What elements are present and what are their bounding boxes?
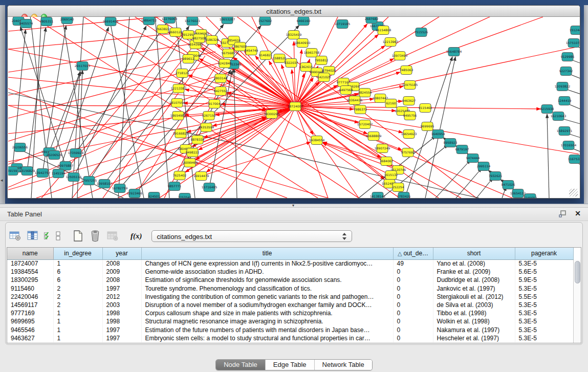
- horizontal-splitter[interactable]: ▾: [0, 204, 588, 208]
- table-cell[interactable]: 1997: [102, 285, 141, 293]
- table-cell[interactable]: 2009: [102, 268, 141, 276]
- table-cell[interactable]: Franke et al. (2009): [433, 268, 515, 276]
- table-cell[interactable]: 2008: [102, 259, 141, 268]
- table-cell[interactable]: Structural magnetic resonance image aver…: [141, 317, 393, 325]
- graph-edge[interactable]: [8, 93, 479, 198]
- table-cell[interactable]: 1: [53, 309, 102, 317]
- table-cell[interactable]: 5.9E-5: [515, 276, 573, 284]
- network-canvas[interactable]: 2040557940557478053112069140266914061986…: [8, 17, 580, 198]
- table-source-select[interactable]: citations_edges.txt: [151, 230, 352, 242]
- table-cell[interactable]: 1: [53, 317, 102, 325]
- table-cell[interactable]: 5.6E-5: [515, 268, 573, 276]
- table-scrollbar-thumb[interactable]: [575, 261, 580, 283]
- table-cell[interactable]: 6: [53, 268, 102, 276]
- table-row[interactable]: 1456911722003Disruption of a novel membe…: [7, 301, 573, 309]
- table-cell[interactable]: Corpus callosum shape and size in male p…: [141, 309, 393, 317]
- close-panel-icon[interactable]: ✕: [575, 209, 581, 217]
- window-titlebar[interactable]: citations_edges.txt: [8, 6, 580, 17]
- graph-edge[interactable]: [221, 106, 295, 198]
- table-row[interactable]: 1938455462009Genome-wide association stu…: [7, 268, 573, 276]
- tab-network-table[interactable]: Network Table: [314, 360, 372, 370]
- table-cell[interactable]: 5.3E-5: [515, 317, 573, 325]
- delete-columns-icon[interactable]: [89, 230, 102, 242]
- table-cell[interactable]: 1: [53, 259, 102, 268]
- table-cell[interactable]: 1998: [102, 309, 141, 317]
- tab-node-table[interactable]: Node Table: [216, 360, 265, 370]
- table-cell[interactable]: Nakamura et al. (1997): [433, 326, 515, 334]
- graph-edge[interactable]: [295, 47, 579, 106]
- table-row[interactable]: 946554611997Estimation of the future num…: [7, 326, 573, 334]
- table-cell[interactable]: 9463627: [7, 334, 53, 342]
- table-cell[interactable]: 18300295: [7, 276, 53, 284]
- graph-edge[interactable]: [183, 118, 266, 173]
- table-cell[interactable]: Genome-wide association studies in ADHD.: [141, 268, 393, 276]
- table-mode-icon[interactable]: [9, 230, 22, 242]
- table-cell[interactable]: 0: [393, 285, 433, 293]
- table-cell[interactable]: 6: [53, 276, 102, 284]
- table-cell[interactable]: Disruption of a novel member of a sodium…: [141, 301, 393, 309]
- graph-edge[interactable]: [233, 57, 294, 105]
- collapse-left-icon[interactable]: ◂: [1, 178, 3, 183]
- table-cell[interactable]: 18724007: [7, 259, 53, 268]
- table-row[interactable]: 977716911998Corpus callosum shape and si…: [7, 309, 573, 317]
- table-cell[interactable]: Yano et al. (2008): [433, 259, 515, 268]
- table-cell[interactable]: 1997: [102, 326, 141, 334]
- table-cell[interactable]: 2: [53, 301, 102, 309]
- table-cell[interactable]: Estimation of the future numbers of pati…: [141, 326, 393, 334]
- table-cell[interactable]: 2: [53, 285, 102, 293]
- table-cell[interactable]: 5.3E-5: [515, 309, 573, 317]
- table-cell[interactable]: 9115460: [7, 285, 53, 293]
- table-cell[interactable]: de Silva et al. (2003): [433, 301, 515, 309]
- show-columns-icon[interactable]: [26, 230, 39, 242]
- table-row[interactable]: 1872400712008Changes of HCN gene express…: [7, 259, 573, 268]
- table-cell[interactable]: Estimation of significance thresholds fo…: [141, 276, 393, 284]
- column-header-name[interactable]: name: [7, 248, 53, 259]
- table-row[interactable]: 1830029562008Estimation of significance …: [7, 276, 573, 284]
- column-header-short[interactable]: short: [433, 248, 515, 259]
- table-cell[interactable]: 0: [393, 301, 433, 309]
- table-cell[interactable]: Jankovic et al. (1997): [433, 285, 515, 293]
- table-cell[interactable]: Tibbo et al. (1998): [433, 309, 515, 317]
- resize-grip-icon[interactable]: [569, 189, 578, 196]
- splitter-handle-icon[interactable]: ▾: [292, 203, 294, 208]
- table-cell[interactable]: 2: [53, 293, 102, 301]
- table-cell[interactable]: 1998: [102, 317, 141, 325]
- table-cell[interactable]: Wolkin et al. (1998): [433, 317, 515, 325]
- float-panel-icon[interactable]: [559, 210, 567, 217]
- column-header-year[interactable]: year: [102, 248, 141, 259]
- graph-edge[interactable]: [118, 17, 129, 198]
- table-cell[interactable]: Dudbridge et al. (2008): [433, 276, 515, 284]
- graph-edge[interactable]: [476, 178, 493, 198]
- table-cell[interactable]: 14569117: [7, 301, 53, 309]
- table-cell[interactable]: Investigating the contribution of common…: [141, 293, 393, 301]
- column-header-out_de[interactable]: △out_de…: [393, 248, 433, 259]
- table-cell[interactable]: 0: [393, 326, 433, 334]
- column-header-pagerank[interactable]: pagerank: [515, 248, 573, 259]
- column-header-in_degree[interactable]: in_degree: [53, 248, 102, 259]
- table-cell[interactable]: 5.3E-5: [515, 334, 573, 342]
- graph-edge[interactable]: [234, 69, 237, 198]
- graph-edge[interactable]: [547, 114, 549, 198]
- left-splitter-strip[interactable]: ◂: [0, 5, 5, 204]
- tab-edge-table[interactable]: Edge Table: [265, 360, 314, 370]
- delete-table-icon[interactable]: [106, 230, 119, 242]
- table-row[interactable]: 946362711997Embryonic stem cells: a mode…: [7, 334, 573, 342]
- table-cell[interactable]: 9777169: [7, 309, 53, 317]
- table-cell[interactable]: Changes of HCN gene expression and I(f) …: [141, 259, 393, 268]
- table-cell[interactable]: 2012: [102, 293, 141, 301]
- table-cell[interactable]: 0: [393, 317, 433, 325]
- table-cell[interactable]: 5.3E-5: [515, 259, 573, 268]
- table-cell[interactable]: 0: [393, 268, 433, 276]
- table-cell[interactable]: Hescheler et al. (1997): [433, 334, 515, 342]
- table-cell[interactable]: Stergiakouli et al. (2012): [433, 293, 515, 301]
- graph-edge[interactable]: [76, 26, 146, 173]
- table-row[interactable]: 2242004622012Investigating the contribut…: [7, 293, 573, 301]
- table-cell[interactable]: 2008: [102, 276, 141, 284]
- table-cell[interactable]: 49: [393, 259, 433, 268]
- table-cell[interactable]: 2003: [102, 301, 141, 309]
- table-cell[interactable]: 5.3E-5: [515, 301, 573, 309]
- table-cell[interactable]: 22420046: [7, 293, 53, 301]
- table-cell[interactable]: 9465546: [7, 326, 53, 334]
- table-cell[interactable]: Tourette syndrome. Phenomenology and cla…: [141, 285, 393, 293]
- table-cell[interactable]: 0: [393, 334, 433, 342]
